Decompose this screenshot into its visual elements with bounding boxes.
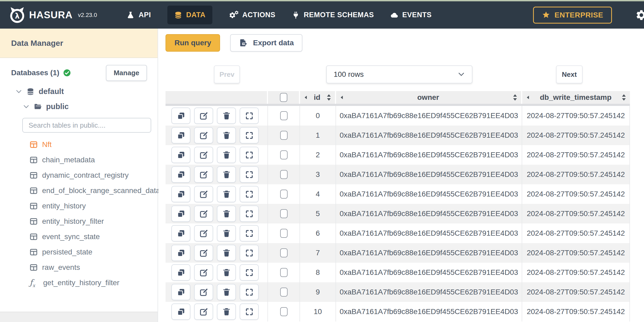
table-icon xyxy=(30,217,38,225)
header-db-write-timestamp-cell[interactable]: db_write_timestamp xyxy=(522,91,630,104)
clone-row-button[interactable] xyxy=(171,245,190,261)
sidebar-item-chain-metadata[interactable]: chain_metadata xyxy=(30,152,158,168)
expand-row-button[interactable] xyxy=(240,245,259,261)
expand-row-button[interactable] xyxy=(240,284,259,300)
sort-icon[interactable] xyxy=(327,94,331,101)
clone-row-button[interactable] xyxy=(171,225,190,241)
delete-row-button[interactable] xyxy=(217,166,236,183)
delete-row-button[interactable] xyxy=(217,264,236,281)
delete-row-button[interactable] xyxy=(217,108,236,124)
next-page-button[interactable]: Next xyxy=(556,65,583,83)
run-query-button[interactable]: Run query xyxy=(166,34,220,52)
rows-per-page-select[interactable]: 100 rows xyxy=(326,65,472,83)
expand-row-button[interactable] xyxy=(240,147,259,163)
expand-row-button[interactable] xyxy=(240,108,259,124)
edit-row-button[interactable] xyxy=(194,205,213,222)
edit-row-button[interactable] xyxy=(194,186,213,202)
nav-tab-api[interactable]: API xyxy=(127,11,151,19)
manage-button[interactable]: Manage xyxy=(106,65,147,81)
sidebar-item-persisted-state[interactable]: persisted_state xyxy=(30,244,158,260)
delete-row-button[interactable] xyxy=(217,205,236,222)
edit-row-button[interactable] xyxy=(194,127,213,144)
clone-row-button[interactable] xyxy=(171,205,190,222)
edit-row-button[interactable] xyxy=(194,303,213,320)
hasura-logo-icon[interactable] xyxy=(9,7,25,23)
delete-row-button[interactable] xyxy=(217,186,236,202)
row-checkbox[interactable] xyxy=(280,170,288,179)
edit-row-button[interactable] xyxy=(194,108,213,124)
nav-tab-actions[interactable]: ACTIONS xyxy=(229,11,275,19)
clone-row-button[interactable] xyxy=(171,147,190,163)
delete-row-button[interactable] xyxy=(217,284,236,300)
expand-row-button[interactable] xyxy=(240,303,259,320)
sort-icon[interactable] xyxy=(513,94,517,101)
clone-row-button[interactable] xyxy=(171,166,190,183)
row-checkbox[interactable] xyxy=(280,150,288,159)
sidebar-item-event-sync-state[interactable]: event_sync_state xyxy=(30,229,158,244)
clone-icon xyxy=(177,170,185,179)
row-checkbox[interactable] xyxy=(280,111,288,120)
clone-row-button[interactable] xyxy=(171,284,190,300)
header-id-cell[interactable]: id xyxy=(300,91,336,104)
row-checkbox[interactable] xyxy=(280,209,288,218)
expand-icon xyxy=(245,111,254,120)
collapse-column-icon[interactable] xyxy=(340,95,344,100)
clone-row-button[interactable] xyxy=(171,303,190,320)
nav-tab-events[interactable]: EVENTS xyxy=(390,11,432,19)
tree-node-public[interactable]: public xyxy=(23,102,158,111)
sort-icon[interactable] xyxy=(621,94,626,101)
row-checkbox[interactable] xyxy=(280,229,288,238)
edit-row-button[interactable] xyxy=(194,147,213,163)
chevron-down-icon[interactable] xyxy=(15,88,22,95)
search-tables-input[interactable] xyxy=(22,118,151,133)
sidebar-item-dynamic-contract-registry[interactable]: dynamic_contract_registry xyxy=(30,168,158,183)
row-checkbox[interactable] xyxy=(280,131,288,140)
expand-row-button[interactable] xyxy=(240,166,259,183)
row-checkbox[interactable] xyxy=(280,307,288,316)
expand-row-button[interactable] xyxy=(240,205,259,222)
clone-row-button[interactable] xyxy=(171,108,190,124)
row-checkbox[interactable] xyxy=(280,288,288,297)
tree-schema-label: public xyxy=(46,102,69,111)
expand-row-button[interactable] xyxy=(240,225,259,241)
edit-row-button[interactable] xyxy=(194,225,213,241)
sidebar-item-entity-history-filter[interactable]: entity_history_filter xyxy=(30,214,158,229)
row-actions-cell xyxy=(166,184,268,204)
expand-row-button[interactable] xyxy=(240,186,259,202)
clone-row-button[interactable] xyxy=(171,127,190,144)
export-data-button[interactable]: Export data xyxy=(230,34,302,52)
enterprise-button[interactable]: ENTERPRISE xyxy=(533,7,612,24)
sidebar-item-end-of-block-range-scanned-data[interactable]: end_of_block_range_scanned_data xyxy=(30,183,158,198)
row-checkbox[interactable] xyxy=(280,268,288,277)
sidebar-item-entity-history[interactable]: entity_history xyxy=(30,198,158,214)
tree-node-default[interactable]: default xyxy=(15,87,158,96)
sidebar-item-get-entity-history-filter[interactable]: ƒx get_entity_history_filter xyxy=(30,275,158,290)
edit-row-button[interactable] xyxy=(194,245,213,261)
trash-icon xyxy=(222,229,231,238)
delete-row-button[interactable] xyxy=(217,303,236,320)
clone-row-button[interactable] xyxy=(171,264,190,281)
nav-tab-remote-schemas[interactable]: REMOTE SCHEMAS xyxy=(292,11,374,19)
delete-row-button[interactable] xyxy=(217,127,236,144)
sidebar-item-nft[interactable]: Nft xyxy=(30,137,158,152)
chevron-down-icon[interactable] xyxy=(23,103,30,110)
settings-gear-icon[interactable] xyxy=(635,9,644,21)
edit-row-button[interactable] xyxy=(194,166,213,183)
nav-tab-data[interactable]: DATA xyxy=(167,6,212,24)
row-checkbox[interactable] xyxy=(280,190,288,199)
delete-row-button[interactable] xyxy=(217,225,236,241)
collapse-column-icon[interactable] xyxy=(304,95,308,100)
header-owner-cell[interactable]: owner xyxy=(336,91,522,104)
prev-page-button[interactable]: Prev xyxy=(214,65,240,83)
edit-row-button[interactable] xyxy=(194,284,213,300)
expand-row-button[interactable] xyxy=(240,264,259,281)
collapse-column-icon[interactable] xyxy=(526,95,530,100)
delete-row-button[interactable] xyxy=(217,245,236,261)
row-checkbox[interactable] xyxy=(280,248,288,257)
delete-row-button[interactable] xyxy=(217,147,236,163)
clone-row-button[interactable] xyxy=(171,186,190,202)
edit-row-button[interactable] xyxy=(194,264,213,281)
expand-row-button[interactable] xyxy=(240,127,259,144)
sidebar-item-raw-events[interactable]: raw_events xyxy=(30,260,158,275)
select-all-checkbox[interactable] xyxy=(280,93,287,102)
